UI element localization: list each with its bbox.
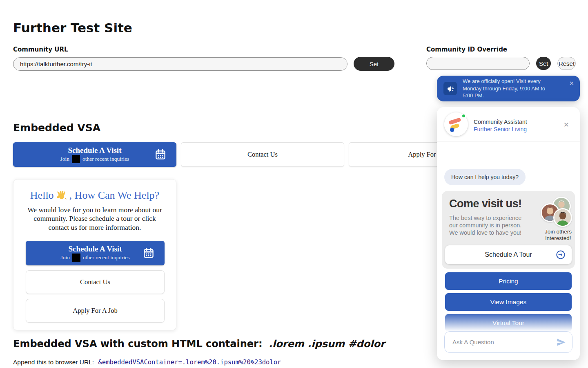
calendar-icon: [143, 247, 155, 259]
schedule-visit-button[interactable]: Schedule A Visit Join other recent inqui…: [13, 142, 176, 167]
community-id-label: Community ID Override: [426, 46, 576, 53]
chat-widget-panel: Community Assistant Further Senior Livin…: [437, 107, 580, 360]
contact-us-button[interactable]: Contact Us: [181, 142, 344, 167]
append-code: &embeddedVSAContainer=.lorem%20.ipsum%20…: [98, 359, 281, 366]
subtitle-suffix: other recent inquiries: [83, 255, 130, 260]
community-id-reset-button[interactable]: Reset: [557, 57, 576, 70]
card-contact-us-button[interactable]: Contact Us: [26, 270, 165, 294]
custom-container-heading: Embedded VSA with custom HTML container:…: [13, 338, 385, 350]
community-id-section: Community ID Override Set Reset: [426, 46, 576, 70]
card-heading: Hello , How Can We Help?: [13, 189, 176, 202]
visitor-avatar: [553, 208, 572, 227]
embedded-vsa-heading: Embedded VSA: [13, 122, 100, 134]
card-schedule-visit-button[interactable]: Schedule A Visit Join other recent inqui…: [26, 241, 165, 265]
card-apply-job-button[interactable]: Apply For A Job: [26, 299, 165, 323]
ask-question-box: [444, 331, 572, 353]
page-title: Further Test Site: [13, 20, 132, 35]
card-heading-pre: Hello: [30, 189, 54, 202]
chat-footer: [437, 312, 580, 360]
redaction-box: [72, 254, 80, 262]
assistant-title: Community Assistant: [474, 119, 527, 125]
chat-close-icon[interactable]: ✕: [564, 121, 569, 128]
join-others-caption: Join others interested!: [534, 229, 580, 241]
schedule-visit-label: Schedule A Visit: [68, 146, 122, 155]
calendar-icon: [154, 148, 167, 161]
megaphone-icon: [443, 82, 457, 95]
community-url-label: Community URL: [13, 46, 401, 53]
announcement-text: We are officially open! Visit every Mond…: [463, 78, 553, 99]
visit-card-heading: Come visit us!: [449, 197, 522, 210]
page-root: Further Test Site Community URL Set Comm…: [0, 0, 588, 368]
card-button-stack: Schedule A Visit Join other recent inqui…: [26, 241, 164, 323]
community-id-input[interactable]: [426, 57, 530, 70]
card-schedule-visit-label: Schedule A Visit: [69, 245, 122, 254]
community-url-section: Community URL Set: [13, 46, 401, 71]
schedule-tour-label: Schedule A Tour: [485, 251, 532, 258]
card-body-text: We would love for you to learn more abou…: [24, 206, 166, 232]
waving-hand-icon: [56, 190, 67, 201]
online-status-dot: [461, 114, 466, 118]
banner-close-icon[interactable]: ✕: [569, 80, 574, 86]
schedule-visit-subtitle: Join other recent inquiries: [60, 155, 129, 163]
send-button[interactable]: [556, 337, 572, 348]
subtitle-prefix: Join: [60, 156, 69, 162]
assistant-message-bubble: How can I help you today?: [444, 169, 526, 185]
card-heading-post: , How Can We Help?: [69, 189, 160, 202]
vsa-greeting-card: Hello , How Can We Help? We would love f…: [13, 179, 176, 330]
view-images-button[interactable]: View Images: [445, 293, 572, 311]
community-url-input[interactable]: [13, 57, 347, 71]
redaction-box: [72, 155, 80, 163]
visit-card-body: The best way to experience our community…: [449, 214, 522, 236]
announcement-banner: We are officially open! Visit every Mond…: [437, 76, 580, 101]
community-id-set-button[interactable]: Set: [536, 57, 551, 70]
custom-heading-selector: .lorem .ipsum #dolor: [269, 338, 385, 350]
come-visit-card: Come visit us! The best way to experienc…: [442, 191, 575, 269]
pricing-button[interactable]: Pricing: [445, 272, 572, 290]
arrow-circle-icon: [556, 250, 566, 260]
subtitle-suffix: other recent inquiries: [82, 156, 129, 162]
ask-question-input[interactable]: [445, 339, 556, 346]
schedule-tour-button[interactable]: Schedule A Tour: [445, 245, 572, 264]
community-url-set-button[interactable]: Set: [354, 57, 394, 71]
paper-plane-icon: [556, 337, 566, 348]
append-label: Append this to browser URL:: [13, 359, 94, 366]
community-name-link[interactable]: Further Senior Living: [474, 126, 527, 132]
append-url-line: Append this to browser URL: &embeddedVSA…: [13, 359, 281, 366]
custom-heading-text: Embedded VSA with custom HTML container:: [13, 338, 263, 350]
subtitle-prefix: Join: [60, 255, 70, 260]
card-schedule-visit-subtitle: Join other recent inquiries: [60, 254, 129, 262]
chat-header: Community Assistant Further Senior Livin…: [437, 107, 580, 141]
